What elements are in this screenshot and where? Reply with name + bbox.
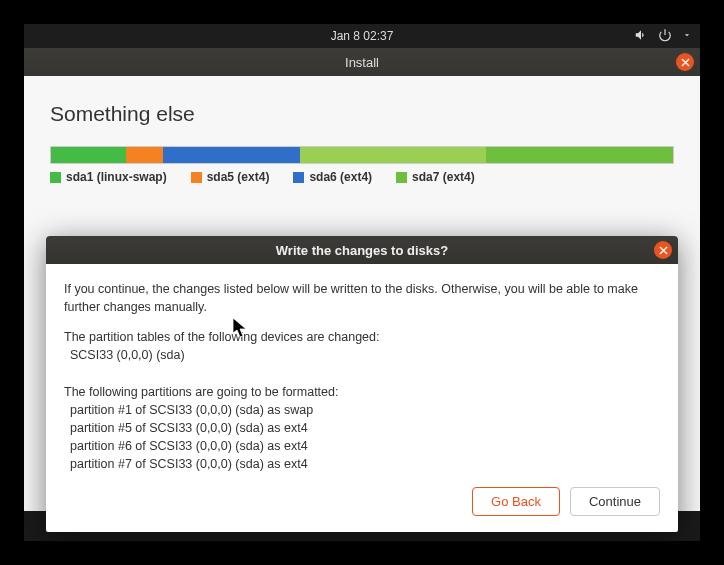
- dialog-body: If you continue, the changes listed belo…: [46, 264, 678, 487]
- dialog-close-button[interactable]: [654, 241, 672, 259]
- window-title: Install: [345, 55, 379, 70]
- legend-item: sda7 (ext4): [396, 170, 475, 184]
- partition-legend: sda1 (linux-swap) sda5 (ext4) sda6 (ext4…: [50, 170, 674, 184]
- topbar-datetime: Jan 8 02:37: [331, 29, 394, 43]
- partition-segment-sda1[interactable]: [51, 147, 126, 163]
- partition-bar[interactable]: [50, 146, 674, 164]
- dialog-format-line: partition #1 of SCSI33 (0,0,0) (sda) as …: [64, 401, 660, 419]
- legend-swatch: [191, 172, 202, 183]
- mouse-cursor: [233, 318, 247, 338]
- legend-label: sda5 (ext4): [207, 170, 270, 184]
- legend-item: sda6 (ext4): [293, 170, 372, 184]
- partition-segment-sda5[interactable]: [163, 147, 300, 163]
- legend-swatch: [396, 172, 407, 183]
- legend-swatch: [50, 172, 61, 183]
- dialog-tables-line: SCSI33 (0,0,0) (sda): [64, 346, 660, 364]
- partition-segment-gap[interactable]: [126, 147, 163, 163]
- dialog-tables-heading: The partition tables of the following de…: [64, 328, 660, 346]
- go-back-button[interactable]: Go Back: [472, 487, 560, 516]
- continue-button[interactable]: Continue: [570, 487, 660, 516]
- legend-label: sda1 (linux-swap): [66, 170, 167, 184]
- window-titlebar: Install: [24, 48, 700, 76]
- confirm-dialog: Write the changes to disks? If you conti…: [46, 236, 678, 532]
- legend-item: sda5 (ext4): [191, 170, 270, 184]
- dialog-format-line: partition #6 of SCSI33 (0,0,0) (sda) as …: [64, 437, 660, 455]
- chevron-down-icon[interactable]: [682, 29, 692, 43]
- gnome-topbar: Jan 8 02:37: [24, 24, 700, 48]
- dialog-intro: If you continue, the changes listed belo…: [64, 280, 660, 316]
- dialog-format-line: partition #5 of SCSI33 (0,0,0) (sda) as …: [64, 419, 660, 437]
- legend-label: sda6 (ext4): [309, 170, 372, 184]
- window-close-button[interactable]: [676, 53, 694, 71]
- legend-label: sda7 (ext4): [412, 170, 475, 184]
- legend-item: sda1 (linux-swap): [50, 170, 167, 184]
- partition-segment-sda6[interactable]: [300, 147, 487, 163]
- dialog-titlebar: Write the changes to disks?: [46, 236, 678, 264]
- page-title: Something else: [50, 102, 674, 126]
- dialog-format-heading: The following partitions are going to be…: [64, 383, 660, 401]
- dialog-title: Write the changes to disks?: [276, 243, 448, 258]
- dialog-format-line: partition #7 of SCSI33 (0,0,0) (sda) as …: [64, 455, 660, 473]
- legend-swatch: [293, 172, 304, 183]
- power-icon[interactable]: [658, 28, 672, 45]
- partition-segment-sda7[interactable]: [486, 147, 673, 163]
- volume-icon[interactable]: [634, 28, 648, 45]
